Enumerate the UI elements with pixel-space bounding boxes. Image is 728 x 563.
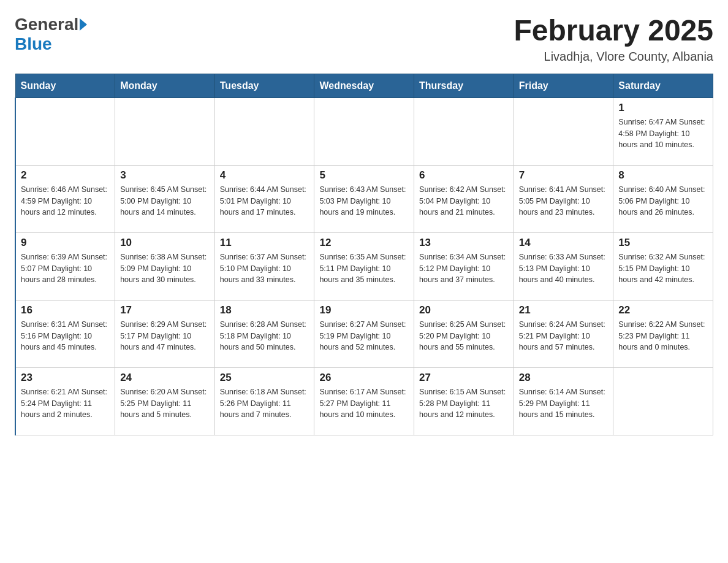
day-info: Sunrise: 6:29 AM Sunset: 5:17 PM Dayligh… <box>120 319 210 353</box>
day-number: 27 <box>419 372 509 384</box>
calendar-cell: 21Sunrise: 6:24 AM Sunset: 5:21 PM Dayli… <box>514 300 613 367</box>
day-info: Sunrise: 6:33 AM Sunset: 5:13 PM Dayligh… <box>519 251 609 286</box>
calendar-cell: 13Sunrise: 6:34 AM Sunset: 5:12 PM Dayli… <box>414 232 514 300</box>
day-info: Sunrise: 6:34 AM Sunset: 5:12 PM Dayligh… <box>419 251 509 286</box>
calendar-table: SundayMondayTuesdayWednesdayThursdayFrid… <box>15 74 713 435</box>
day-info: Sunrise: 6:40 AM Sunset: 5:06 PM Dayligh… <box>618 184 708 218</box>
calendar-week-1: 1Sunrise: 6:47 AM Sunset: 4:58 PM Daylig… <box>15 98 713 165</box>
logo-blue-text: Blue <box>15 34 52 53</box>
calendar-cell: 1Sunrise: 6:47 AM Sunset: 4:58 PM Daylig… <box>613 98 713 165</box>
day-number: 22 <box>618 304 708 316</box>
day-info: Sunrise: 6:38 AM Sunset: 5:09 PM Dayligh… <box>120 251 210 286</box>
day-info: Sunrise: 6:25 AM Sunset: 5:20 PM Dayligh… <box>419 319 509 353</box>
day-info: Sunrise: 6:47 AM Sunset: 4:58 PM Dayligh… <box>618 117 708 151</box>
day-number: 16 <box>21 304 110 316</box>
calendar-cell: 16Sunrise: 6:31 AM Sunset: 5:16 PM Dayli… <box>15 300 115 367</box>
calendar-cell: 19Sunrise: 6:27 AM Sunset: 5:19 PM Dayli… <box>314 300 414 367</box>
calendar-cell <box>115 98 215 165</box>
calendar-week-4: 16Sunrise: 6:31 AM Sunset: 5:16 PM Dayli… <box>15 300 713 367</box>
day-info: Sunrise: 6:24 AM Sunset: 5:21 PM Dayligh… <box>519 319 609 353</box>
calendar-cell: 25Sunrise: 6:18 AM Sunset: 5:26 PM Dayli… <box>214 367 314 435</box>
day-number: 6 <box>419 169 509 182</box>
day-number: 3 <box>120 169 210 182</box>
day-info: Sunrise: 6:28 AM Sunset: 5:18 PM Dayligh… <box>220 319 309 353</box>
day-info: Sunrise: 6:31 AM Sunset: 5:16 PM Dayligh… <box>21 319 110 353</box>
day-number: 17 <box>120 304 210 316</box>
weekday-header-monday: Monday <box>115 74 215 98</box>
calendar-cell: 20Sunrise: 6:25 AM Sunset: 5:20 PM Dayli… <box>414 300 514 367</box>
weekday-header-tuesday: Tuesday <box>214 74 314 98</box>
calendar-cell <box>15 98 115 165</box>
calendar-cell: 12Sunrise: 6:35 AM Sunset: 5:11 PM Dayli… <box>314 232 414 300</box>
calendar-cell: 5Sunrise: 6:43 AM Sunset: 5:03 PM Daylig… <box>314 165 414 232</box>
day-info: Sunrise: 6:18 AM Sunset: 5:26 PM Dayligh… <box>220 386 309 421</box>
calendar-body: 1Sunrise: 6:47 AM Sunset: 4:58 PM Daylig… <box>15 98 713 435</box>
day-number: 18 <box>220 304 309 316</box>
day-number: 2 <box>21 169 110 182</box>
day-number: 23 <box>21 372 110 384</box>
calendar-cell: 8Sunrise: 6:40 AM Sunset: 5:06 PM Daylig… <box>613 165 713 232</box>
weekday-header-sunday: Sunday <box>15 74 115 98</box>
calendar-week-5: 23Sunrise: 6:21 AM Sunset: 5:24 PM Dayli… <box>15 367 713 435</box>
weekday-header-thursday: Thursday <box>414 74 514 98</box>
day-number: 20 <box>419 304 509 316</box>
day-number: 19 <box>319 304 409 316</box>
calendar-cell: 23Sunrise: 6:21 AM Sunset: 5:24 PM Dayli… <box>15 367 115 435</box>
calendar-week-3: 9Sunrise: 6:39 AM Sunset: 5:07 PM Daylig… <box>15 232 713 300</box>
day-number: 10 <box>120 237 210 249</box>
calendar-cell: 2Sunrise: 6:46 AM Sunset: 4:59 PM Daylig… <box>15 165 115 232</box>
day-number: 9 <box>21 237 110 249</box>
logo-general-text: General <box>15 15 78 34</box>
day-number: 25 <box>220 372 309 384</box>
calendar-header: SundayMondayTuesdayWednesdayThursdayFrid… <box>15 74 713 98</box>
day-info: Sunrise: 6:14 AM Sunset: 5:29 PM Dayligh… <box>519 386 609 421</box>
calendar-cell: 22Sunrise: 6:22 AM Sunset: 5:23 PM Dayli… <box>613 300 713 367</box>
day-info: Sunrise: 6:32 AM Sunset: 5:15 PM Dayligh… <box>618 251 708 286</box>
day-info: Sunrise: 6:27 AM Sunset: 5:19 PM Dayligh… <box>319 319 409 353</box>
day-info: Sunrise: 6:20 AM Sunset: 5:25 PM Dayligh… <box>120 386 210 421</box>
day-number: 8 <box>618 169 708 182</box>
day-info: Sunrise: 6:21 AM Sunset: 5:24 PM Dayligh… <box>21 386 110 421</box>
day-info: Sunrise: 6:44 AM Sunset: 5:01 PM Dayligh… <box>220 184 309 218</box>
calendar-cell: 26Sunrise: 6:17 AM Sunset: 5:27 PM Dayli… <box>314 367 414 435</box>
calendar-cell: 6Sunrise: 6:42 AM Sunset: 5:04 PM Daylig… <box>414 165 514 232</box>
day-info: Sunrise: 6:37 AM Sunset: 5:10 PM Dayligh… <box>220 251 309 286</box>
day-info: Sunrise: 6:15 AM Sunset: 5:28 PM Dayligh… <box>419 386 509 421</box>
day-info: Sunrise: 6:35 AM Sunset: 5:11 PM Dayligh… <box>319 251 409 286</box>
page-header: General Blue February 2025 Livadhja, Vlo… <box>15 15 713 64</box>
weekday-header-row: SundayMondayTuesdayWednesdayThursdayFrid… <box>15 74 713 98</box>
calendar-week-2: 2Sunrise: 6:46 AM Sunset: 4:59 PM Daylig… <box>15 165 713 232</box>
calendar-cell: 9Sunrise: 6:39 AM Sunset: 5:07 PM Daylig… <box>15 232 115 300</box>
calendar-cell <box>314 98 414 165</box>
month-title: February 2025 <box>514 15 713 47</box>
day-info: Sunrise: 6:17 AM Sunset: 5:27 PM Dayligh… <box>319 386 409 421</box>
day-info: Sunrise: 6:22 AM Sunset: 5:23 PM Dayligh… <box>618 319 708 353</box>
day-number: 7 <box>519 169 609 182</box>
weekday-header-friday: Friday <box>514 74 613 98</box>
calendar-cell: 18Sunrise: 6:28 AM Sunset: 5:18 PM Dayli… <box>214 300 314 367</box>
day-info: Sunrise: 6:42 AM Sunset: 5:04 PM Dayligh… <box>419 184 509 218</box>
day-number: 13 <box>419 237 509 249</box>
day-number: 28 <box>519 372 609 384</box>
calendar-cell: 4Sunrise: 6:44 AM Sunset: 5:01 PM Daylig… <box>214 165 314 232</box>
calendar-cell: 11Sunrise: 6:37 AM Sunset: 5:10 PM Dayli… <box>214 232 314 300</box>
day-info: Sunrise: 6:46 AM Sunset: 4:59 PM Dayligh… <box>21 184 110 218</box>
day-number: 24 <box>120 372 210 384</box>
calendar-cell <box>214 98 314 165</box>
calendar-cell: 24Sunrise: 6:20 AM Sunset: 5:25 PM Dayli… <box>115 367 215 435</box>
day-number: 21 <box>519 304 609 316</box>
day-number: 5 <box>319 169 409 182</box>
calendar-cell <box>613 367 713 435</box>
calendar-cell: 10Sunrise: 6:38 AM Sunset: 5:09 PM Dayli… <box>115 232 215 300</box>
calendar-cell: 3Sunrise: 6:45 AM Sunset: 5:00 PM Daylig… <box>115 165 215 232</box>
day-number: 1 <box>618 102 708 114</box>
calendar-cell: 17Sunrise: 6:29 AM Sunset: 5:17 PM Dayli… <box>115 300 215 367</box>
day-number: 14 <box>519 237 609 249</box>
calendar-cell <box>414 98 514 165</box>
location-title: Livadhja, Vlore County, Albania <box>514 50 713 64</box>
weekday-header-saturday: Saturday <box>613 74 713 98</box>
day-info: Sunrise: 6:39 AM Sunset: 5:07 PM Dayligh… <box>21 251 110 286</box>
day-info: Sunrise: 6:41 AM Sunset: 5:05 PM Dayligh… <box>519 184 609 218</box>
calendar-cell: 7Sunrise: 6:41 AM Sunset: 5:05 PM Daylig… <box>514 165 613 232</box>
day-number: 26 <box>319 372 409 384</box>
